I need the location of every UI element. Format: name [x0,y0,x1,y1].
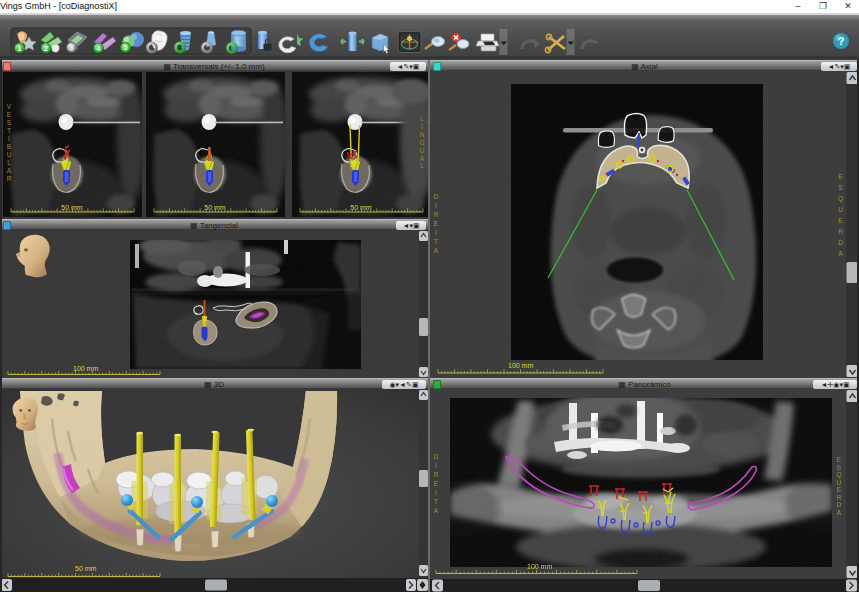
svg-text:3: 3 [70,44,74,51]
svg-text:?: ? [838,35,845,47]
svg-text:1: 1 [18,45,22,52]
svg-text:ESQUERDA: ESQUERDA [836,456,841,516]
svg-text:5: 5 [124,44,128,51]
svg-text:100 mm: 100 mm [527,563,552,570]
svg-text:VESTIBULAR: VESTIBULAR [7,103,12,182]
svg-text:4: 4 [97,45,101,52]
svg-text:100 mm: 100 mm [73,365,98,372]
svg-text:2: 2 [44,45,48,52]
svg-text:50 mm: 50 mm [75,565,97,572]
svg-text:100 mm: 100 mm [508,362,533,369]
